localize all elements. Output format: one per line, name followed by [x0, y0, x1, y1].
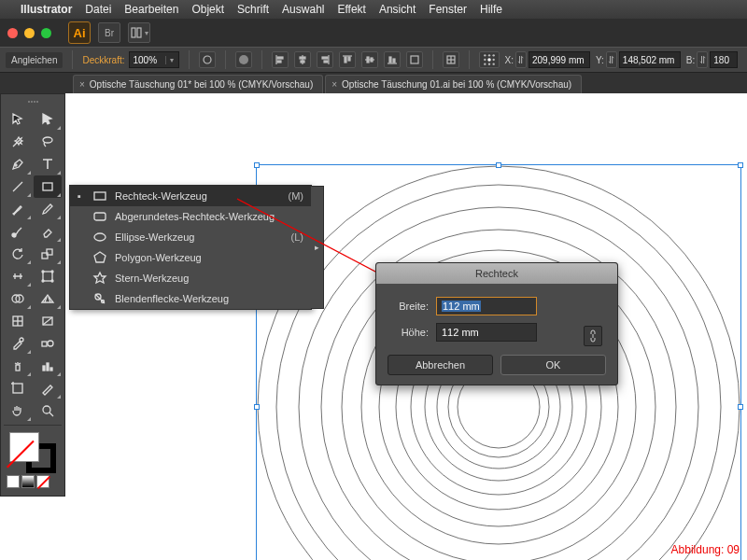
- b-input[interactable]: [710, 51, 738, 68]
- flyout-tearoff-handle[interactable]: ▸: [311, 186, 324, 309]
- align-bottom-button[interactable]: [384, 51, 401, 68]
- rotate-tool[interactable]: [4, 243, 32, 265]
- x-input[interactable]: [529, 51, 590, 68]
- align-to-dropdown[interactable]: [406, 51, 423, 68]
- lasso-tool[interactable]: [34, 131, 62, 153]
- pencil-tool[interactable]: [34, 198, 62, 220]
- menu-objekt[interactable]: Objekt: [191, 3, 224, 16]
- column-graph-tool[interactable]: [34, 355, 62, 377]
- symbol-sprayer-tool[interactable]: [4, 355, 32, 377]
- scale-tool[interactable]: [34, 243, 62, 265]
- flyout-item-rectangle[interactable]: ▪ Rechteck-Werkzeug (M): [70, 186, 311, 206]
- opacity-input[interactable]: [130, 55, 165, 65]
- tab-close-icon[interactable]: ×: [79, 79, 85, 90]
- b-link-icon[interactable]: ⥯: [697, 51, 708, 68]
- toolbox-handle[interactable]: [4, 98, 62, 105]
- mesh-tool[interactable]: [4, 310, 32, 332]
- handle-mid-left[interactable]: [254, 404, 260, 410]
- align-hcenter-button[interactable]: [294, 51, 311, 68]
- flyout-item-polygon[interactable]: Polygon-Werkzeug: [70, 247, 311, 268]
- selection-tool[interactable]: [4, 108, 32, 131]
- handle-top-left[interactable]: [254, 162, 260, 168]
- svg-rect-11: [322, 57, 328, 59]
- eraser-tool[interactable]: [34, 220, 62, 243]
- window-close-button[interactable]: [7, 28, 18, 38]
- paintbrush-tool[interactable]: [4, 198, 32, 220]
- shape-builder-tool[interactable]: [4, 287, 32, 310]
- svg-rect-76: [13, 384, 22, 393]
- window-zoom-button[interactable]: [41, 28, 51, 38]
- transform-button[interactable]: [443, 51, 459, 68]
- free-transform-tool[interactable]: [34, 265, 62, 287]
- blob-brush-tool[interactable]: [4, 220, 32, 243]
- cancel-button[interactable]: Abbrechen: [388, 355, 493, 375]
- align-vcenter-button[interactable]: [361, 51, 378, 68]
- flyout-item-ellipse[interactable]: Ellipse-Werkzeug (L): [70, 227, 311, 247]
- align-right-button[interactable]: [317, 51, 333, 68]
- window-minimize-button[interactable]: [24, 28, 35, 38]
- y-link-icon[interactable]: ⥯: [606, 51, 617, 68]
- svg-rect-73: [43, 366, 45, 371]
- flyout-item-star[interactable]: Stern-Werkzeug: [70, 268, 311, 288]
- opacity-field[interactable]: ▾: [129, 51, 179, 68]
- align-left-button[interactable]: [272, 51, 289, 68]
- color-mode-icon[interactable]: [7, 475, 20, 488]
- handle-top-middle[interactable]: [496, 162, 501, 168]
- height-input[interactable]: [436, 323, 537, 342]
- dialog-title[interactable]: Rechteck: [376, 263, 617, 284]
- zoom-tool[interactable]: [34, 399, 62, 422]
- handle-top-right[interactable]: [738, 162, 743, 168]
- handle-mid-right[interactable]: [738, 404, 743, 410]
- type-tool[interactable]: [34, 153, 62, 175]
- artboard-tool[interactable]: [4, 377, 32, 399]
- gradient-tool[interactable]: [34, 310, 62, 332]
- x-link-icon[interactable]: ⥯: [515, 51, 527, 68]
- perspective-grid-tool[interactable]: [34, 287, 62, 310]
- arrange-docs-dropdown[interactable]: [128, 22, 150, 43]
- recolor-button[interactable]: [235, 51, 252, 68]
- menu-schrift[interactable]: Schrift: [237, 3, 269, 16]
- reference-point-selector[interactable]: [479, 51, 500, 68]
- align-label: Angleichen: [6, 52, 63, 68]
- bullet-icon: ▪: [78, 190, 85, 202]
- opacity-dropdown-icon[interactable]: ▾: [165, 56, 178, 64]
- bridge-button[interactable]: Br: [98, 22, 120, 43]
- direct-selection-tool[interactable]: [34, 108, 62, 131]
- none-mode-icon[interactable]: [36, 475, 49, 488]
- width-input[interactable]: 112 mm: [436, 297, 537, 315]
- hand-tool[interactable]: [4, 399, 32, 422]
- menu-effekt[interactable]: Effekt: [337, 3, 365, 16]
- style-button[interactable]: [199, 51, 216, 68]
- menu-fenster[interactable]: Fenster: [429, 3, 467, 16]
- slice-tool[interactable]: [34, 377, 62, 399]
- svg-rect-81: [94, 192, 106, 200]
- rectangle-tool[interactable]: [34, 175, 62, 198]
- y-input[interactable]: [619, 51, 681, 68]
- pen-tool[interactable]: [4, 153, 32, 175]
- eyedropper-tool[interactable]: [4, 332, 32, 355]
- flyout-item-rounded-rect[interactable]: Abgerundetes-Rechteck-Werkzeug: [70, 206, 311, 227]
- fill-stroke-swatch[interactable]: [9, 432, 56, 473]
- link-dimensions-button[interactable]: [584, 326, 602, 346]
- flyout-shortcut: (L): [291, 231, 303, 243]
- menu-datei[interactable]: Datei: [85, 3, 111, 16]
- svg-rect-70: [42, 342, 47, 346]
- tab-0[interactable]: × Optische Täuschung 01* bei 100 % (CMYK…: [73, 75, 323, 93]
- flyout-item-flare[interactable]: Blendenflecke-Werkzeug: [70, 288, 311, 309]
- width-tool[interactable]: [4, 265, 32, 287]
- menu-ansicht[interactable]: Ansicht: [379, 3, 416, 16]
- tab-close-icon[interactable]: ×: [331, 79, 337, 90]
- menu-auswahl[interactable]: Auswahl: [282, 3, 324, 16]
- width-coordinate: B: ⥯: [686, 51, 738, 68]
- fill-swatch[interactable]: [9, 432, 39, 462]
- blend-tool[interactable]: [34, 332, 62, 355]
- line-tool[interactable]: [4, 175, 32, 198]
- gradient-mode-icon[interactable]: [21, 475, 35, 488]
- align-top-button[interactable]: [339, 51, 356, 68]
- magic-wand-tool[interactable]: [4, 131, 32, 153]
- svg-point-26: [484, 54, 486, 56]
- menu-hilfe[interactable]: Hilfe: [480, 3, 502, 16]
- tab-1[interactable]: × Optische Täuschung 01.ai bei 100 % (CM…: [325, 75, 582, 93]
- menu-app[interactable]: Illustrator: [21, 3, 72, 16]
- menu-bearbeiten[interactable]: Bearbeiten: [124, 3, 178, 16]
